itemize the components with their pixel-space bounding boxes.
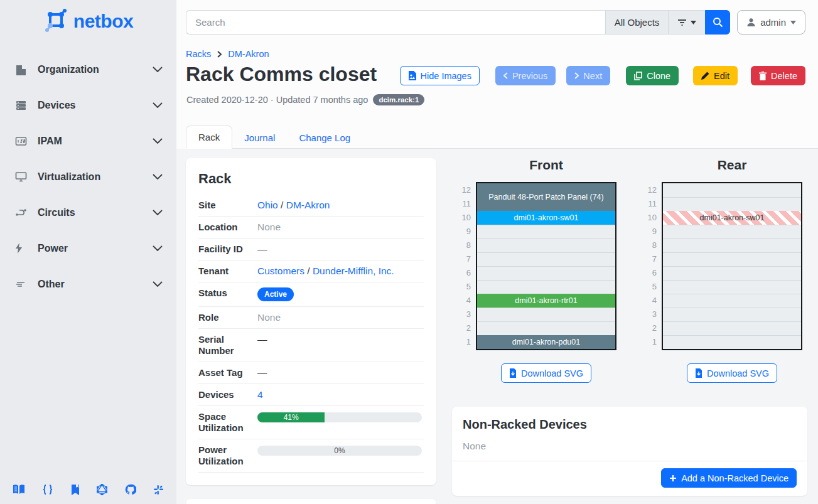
sidebar-item-ipam[interactable]: IPAM — [0, 123, 176, 159]
code-braces-icon[interactable] — [42, 484, 53, 495]
row-serial-number: Serial Number — — [198, 329, 424, 362]
clone-button[interactable]: Clone — [626, 66, 679, 85]
bookmark-icon[interactable] — [71, 484, 80, 495]
netbox-logo[interactable]: netbox — [0, 0, 176, 40]
plus-icon — [669, 475, 677, 482]
tenant-link[interactable]: Dunder-Mifflin, Inc. — [313, 265, 394, 276]
rack-empty-slot[interactable] — [663, 266, 801, 280]
non-racked-value: None — [463, 441, 797, 452]
file-download-icon — [509, 368, 517, 378]
rack-unit-number: 9 — [642, 225, 657, 239]
next-button[interactable]: Next — [566, 66, 610, 85]
netbox-rack-page: netbox OrganizationDevicesIPAMVirtualiza… — [0, 0, 818, 504]
action-buttons: Hide Images Previous Next — [400, 66, 805, 85]
power-utilization-bar: 0% — [257, 446, 422, 456]
chevron-down-icon — [153, 210, 163, 215]
sidebar-item-label: IPAM — [38, 136, 153, 147]
rack-device[interactable]: dmi01-akron-sw01 — [477, 211, 615, 225]
rack-empty-slot[interactable] — [477, 239, 615, 252]
rack-unit-number: 6 — [642, 266, 657, 280]
tenant-group-link[interactable]: Customers — [257, 265, 304, 276]
rack-empty-slot[interactable] — [663, 280, 801, 294]
rack-device[interactable]: dmi01-akron-sw01 — [663, 211, 801, 225]
row-devices: Devices 4 — [198, 384, 424, 406]
sidebar: netbox OrganizationDevicesIPAMVirtualiza… — [0, 0, 176, 504]
sidebar-item-label: Other — [38, 279, 153, 290]
graphql-icon[interactable] — [97, 484, 107, 495]
breadcrumb-link-racks[interactable]: Racks — [186, 49, 211, 59]
rack-empty-slot[interactable] — [663, 252, 801, 266]
search-scope-button[interactable]: All Objects — [605, 10, 668, 35]
search-submit-button[interactable] — [705, 10, 730, 35]
rack-empty-slot[interactable] — [663, 308, 801, 321]
sidebar-item-other[interactable]: Other — [0, 266, 176, 302]
user-icon — [746, 18, 756, 27]
rack-empty-slot[interactable] — [663, 239, 801, 252]
non-racked-devices-card: Non-Racked Devices None Add a Non-Racked… — [452, 407, 807, 496]
device-count-link[interactable]: 4 — [257, 389, 263, 400]
asset-tag-value: — — [257, 367, 424, 378]
rack-empty-slot[interactable] — [477, 321, 615, 335]
rack-empty-slot[interactable] — [663, 335, 801, 349]
slack-icon[interactable] — [153, 484, 164, 495]
search-filter-dropdown[interactable] — [668, 10, 705, 35]
add-non-racked-device-button[interactable]: Add a Non-Racked Device — [661, 468, 797, 488]
server-icon — [15, 99, 29, 112]
rack-empty-slot[interactable] — [663, 321, 801, 335]
download-svg-label: Download SVG — [707, 368, 769, 378]
rack-empty-slot[interactable] — [663, 225, 801, 239]
row-space-utilization: Space Utilization 41% — [198, 406, 424, 439]
global-search: All Objects — [186, 10, 730, 35]
rear-download-svg-button[interactable]: Download SVG — [687, 363, 777, 383]
search-scope-label: All Objects — [615, 17, 660, 28]
previous-button[interactable]: Previous — [495, 66, 556, 85]
sidebar-item-devices[interactable]: Devices — [0, 87, 176, 123]
facility-id-value: — — [257, 244, 424, 255]
copy-icon — [634, 72, 642, 80]
rack-empty-slot[interactable] — [663, 294, 801, 308]
breadcrumb-link-site[interactable]: DM-Akron — [228, 49, 269, 59]
rack-empty-slot[interactable] — [477, 308, 615, 321]
edit-button[interactable]: Edit — [693, 66, 738, 85]
monitor-icon — [15, 171, 29, 183]
search-input[interactable] — [186, 10, 605, 35]
tab-change-log[interactable]: Change Log — [287, 127, 362, 149]
tab-rack[interactable]: Rack — [186, 126, 232, 149]
sidebar-item-virtualization[interactable]: Virtualization — [0, 159, 176, 195]
row-label: Devices — [198, 389, 257, 400]
site-link[interactable]: DM-Akron — [286, 200, 330, 210]
row-label: Space Utilization — [198, 411, 257, 434]
hide-images-button[interactable]: Hide Images — [400, 66, 480, 85]
site-region-link[interactable]: Ohio — [257, 200, 278, 210]
sidebar-item-power[interactable]: Power — [0, 230, 176, 266]
tab-content: Rack Site Ohio / DM-Akron Location None … — [176, 149, 818, 504]
rack-empty-slot[interactable] — [477, 266, 615, 280]
rack-empty-slot[interactable] — [663, 197, 801, 211]
front-download-svg-button[interactable]: Download SVG — [501, 363, 591, 383]
role-value: None — [257, 312, 424, 323]
chevron-down-icon — [153, 281, 163, 287]
rack-device[interactable]: Panduit 48-Port Patch Panel (74) — [477, 183, 615, 211]
rack-device[interactable]: dmi01-akron-rtr01 — [477, 294, 615, 308]
rack-attributes-table: Site Ohio / DM-Akron Location None Facil… — [198, 195, 424, 473]
row-tenant: Tenant Customers / Dunder-Mifflin, Inc. — [198, 260, 424, 282]
sidebar-item-organization[interactable]: Organization — [0, 51, 176, 87]
filter-icon — [677, 19, 687, 26]
rack-device[interactable]: dmi01-akron-pdu01 — [477, 335, 615, 349]
delete-button[interactable]: Delete — [751, 66, 805, 85]
user-menu-button[interactable]: admin — [737, 10, 805, 35]
row-label: Asset Tag — [198, 367, 257, 378]
tab-journal[interactable]: Journal — [232, 127, 287, 149]
counter-icon — [15, 135, 29, 147]
sidebar-item-circuits[interactable]: Circuits — [0, 195, 176, 230]
rack-unit-number: 1 — [456, 335, 471, 349]
rack-empty-slot[interactable] — [477, 252, 615, 266]
github-icon[interactable] — [125, 484, 136, 495]
rack-empty-slot[interactable] — [477, 280, 615, 294]
docs-icon[interactable] — [13, 484, 25, 495]
sidebar-item-label: Circuits — [38, 207, 153, 218]
power-utilization-value: 0% — [257, 446, 422, 456]
rack-empty-slot[interactable] — [663, 183, 801, 197]
location-value: None — [257, 222, 424, 233]
rack-empty-slot[interactable] — [477, 225, 615, 239]
